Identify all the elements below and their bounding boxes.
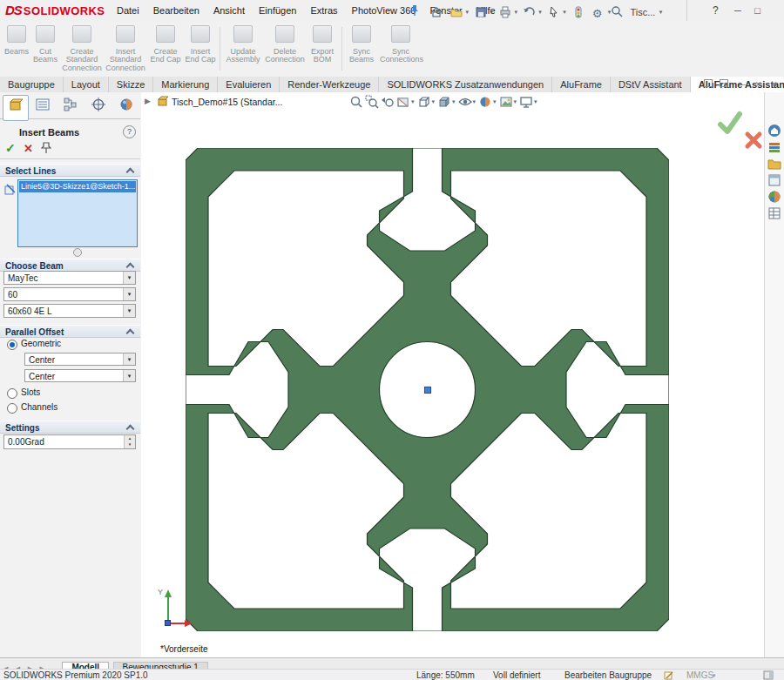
series-dropdown[interactable]: 60▾ bbox=[3, 287, 136, 301]
tab-aluframe[interactable]: AluFrame bbox=[552, 77, 611, 92]
edit-appearance-icon[interactable] bbox=[477, 94, 493, 110]
geometric-radio[interactable] bbox=[7, 340, 17, 350]
profile-dropdown[interactable]: 60x60 4E L▾ bbox=[3, 304, 136, 318]
sync-beams-button[interactable]: Sync Beams bbox=[345, 24, 378, 75]
offset2-dropdown[interactable]: Center▾ bbox=[24, 369, 136, 382]
save-caret-icon[interactable]: ▾ bbox=[490, 9, 493, 15]
dropdown-caret-icon[interactable]: ▾ bbox=[123, 288, 135, 300]
zoom-area-icon[interactable] bbox=[364, 94, 380, 110]
task-pane-toggle-icon[interactable] bbox=[763, 670, 774, 680]
view-orientation-caret-icon[interactable]: ▾ bbox=[432, 98, 436, 105]
panel-tab-appearances[interactable] bbox=[114, 95, 139, 119]
dropdown-caret-icon[interactable]: ▾ bbox=[123, 305, 135, 317]
view-settings-icon[interactable] bbox=[518, 94, 534, 110]
collapse-chevron-icon[interactable] bbox=[126, 168, 135, 177]
spinner-up-icon[interactable]: ▴ bbox=[125, 435, 135, 441]
panel-tab-configurations[interactable] bbox=[58, 95, 83, 119]
parallel-offset-header[interactable]: Parallel Offset bbox=[0, 325, 140, 338]
menu-bearbeiten[interactable]: Bearbeiten bbox=[146, 0, 206, 22]
view-orientation-icon[interactable] bbox=[416, 94, 432, 110]
previous-view-icon[interactable] bbox=[380, 94, 395, 110]
undo-icon[interactable] bbox=[523, 5, 537, 19]
overflow-icon[interactable]: ✕ bbox=[768, 79, 780, 90]
selected-lines-listbox[interactable]: Linie5@3D-Skizze1@Sketch-1... bbox=[17, 179, 138, 247]
create-standard-connection-button[interactable]: Create Standard Connection bbox=[61, 24, 103, 75]
tab-solidworks-zusatzanwendungen[interactable]: SOLIDWORKS Zusatzanwendungen bbox=[379, 77, 552, 92]
search-caret-icon[interactable]: ▾ bbox=[659, 9, 663, 15]
spinner-down-icon[interactable]: ▾ bbox=[125, 441, 135, 448]
sync-connections-button[interactable]: Sync Connections bbox=[380, 24, 422, 75]
tab-baugruppe[interactable]: Baugruppe bbox=[0, 77, 64, 92]
panel-ok-button[interactable]: ✓ bbox=[5, 141, 16, 155]
dropdown-caret-icon[interactable]: ▾ bbox=[123, 370, 135, 381]
print-icon[interactable] bbox=[498, 5, 513, 19]
menu-pin-icon[interactable] bbox=[409, 4, 420, 20]
display-style-icon[interactable] bbox=[436, 94, 452, 110]
display-style-caret-icon[interactable]: ▾ bbox=[452, 98, 456, 105]
appearances-scenes-icon[interactable] bbox=[767, 190, 781, 204]
tab-markierung[interactable]: Markierung bbox=[153, 77, 218, 92]
dropdown-caret-icon[interactable]: ▾ bbox=[123, 272, 135, 284]
close-ribbon-icon[interactable]: ✕ bbox=[753, 79, 764, 90]
view-settings-caret-icon[interactable]: ▾ bbox=[534, 98, 537, 105]
view-palette-icon[interactable] bbox=[767, 173, 781, 187]
collapse-chevron-icon[interactable] bbox=[126, 425, 135, 434]
collapse-chevron-icon[interactable] bbox=[126, 263, 135, 272]
selected-point-marker[interactable] bbox=[424, 387, 431, 394]
hide-show-items-icon[interactable] bbox=[457, 94, 473, 110]
section-view-icon[interactable] bbox=[395, 94, 411, 110]
graphics-viewport[interactable]: ▶ Tisch_Demo#15 (Standar... ▾ ▾ ▾ ▾ ▾ ▾ … bbox=[141, 92, 784, 657]
search-input[interactable]: Tisc... bbox=[630, 7, 655, 17]
document-title[interactable]: Tisch_Demo#15 (Standar... bbox=[172, 97, 282, 107]
open-file-caret-icon[interactable]: ▾ bbox=[465, 9, 469, 15]
delete-connection-button[interactable]: Delete Connection bbox=[265, 24, 305, 75]
settings-header[interactable]: Settings bbox=[0, 421, 140, 434]
units-selector[interactable]: MMGS bbox=[686, 670, 713, 680]
tab-skizze[interactable]: Skizze bbox=[109, 77, 153, 92]
create-end-cap-button[interactable]: Create End Cap bbox=[148, 24, 183, 75]
scene-caret-icon[interactable]: ▾ bbox=[514, 98, 517, 105]
channels-radio[interactable] bbox=[7, 403, 17, 414]
window-maximize-button[interactable]: □ bbox=[749, 0, 765, 21]
panel-pin-icon[interactable] bbox=[41, 142, 51, 158]
confirm-ok-icon[interactable] bbox=[716, 110, 744, 139]
selected-line-item[interactable]: Linie5@3D-Skizze1@Sketch-1... bbox=[19, 181, 136, 192]
listbox-resize-handle[interactable] bbox=[73, 248, 82, 257]
save-icon[interactable] bbox=[474, 5, 489, 19]
select-caret-icon[interactable]: ▾ bbox=[563, 9, 566, 15]
collapse-chevron-icon[interactable] bbox=[126, 329, 135, 338]
offset1-dropdown[interactable]: Center▾ bbox=[24, 353, 136, 366]
tab-layout[interactable]: Layout bbox=[64, 77, 109, 92]
rebuild-icon[interactable] bbox=[571, 5, 586, 19]
section-view-caret-icon[interactable]: ▾ bbox=[411, 98, 415, 105]
window-minimize-button[interactable]: ─ bbox=[730, 0, 746, 21]
select-lines-header[interactable]: Select Lines bbox=[0, 164, 140, 177]
file-explorer-icon[interactable] bbox=[767, 157, 781, 171]
insert-end-cap-button[interactable]: Insert End Cap bbox=[185, 24, 216, 75]
tab-render-werkzeuge[interactable]: Render-Werkzeuge bbox=[280, 77, 379, 92]
tab-dstv-assistant[interactable]: DStV Assistant bbox=[611, 77, 691, 92]
menu-ansicht[interactable]: Ansicht bbox=[206, 0, 252, 22]
choose-beam-header[interactable]: Choose Beam bbox=[0, 259, 140, 272]
spinner-stepper[interactable]: ▴▾ bbox=[124, 435, 135, 448]
design-library-icon[interactable] bbox=[767, 140, 781, 154]
units-caret-icon[interactable]: ▾ bbox=[713, 670, 716, 680]
panel-tab-propertymanager[interactable] bbox=[30, 95, 55, 119]
collapse-ribbon-icon[interactable]: ─ bbox=[737, 79, 748, 90]
print-caret-icon[interactable]: ▾ bbox=[514, 9, 517, 15]
edit-sketch-icon[interactable] bbox=[664, 670, 674, 680]
cut-beams-button[interactable]: Cut Beams bbox=[31, 24, 59, 75]
menu-einfuegen[interactable]: Einfügen bbox=[252, 0, 303, 22]
options-gear-icon[interactable]: ⚙ bbox=[592, 5, 607, 19]
appearance-caret-icon[interactable]: ▾ bbox=[493, 98, 497, 105]
expand-commandmanager-icon[interactable] bbox=[718, 79, 729, 90]
help-button[interactable]: ? bbox=[713, 0, 719, 21]
custom-properties-icon[interactable] bbox=[767, 206, 781, 220]
menu-datei[interactable]: Datei bbox=[110, 0, 146, 22]
slots-radio[interactable] bbox=[7, 388, 17, 399]
open-file-icon[interactable] bbox=[449, 5, 464, 19]
undock-commandmanager-icon[interactable] bbox=[702, 79, 713, 90]
panel-help-icon[interactable]: ? bbox=[123, 125, 136, 138]
confirm-cancel-icon[interactable] bbox=[744, 131, 763, 153]
feature-tree-expand-icon[interactable]: ▶ bbox=[145, 97, 151, 105]
